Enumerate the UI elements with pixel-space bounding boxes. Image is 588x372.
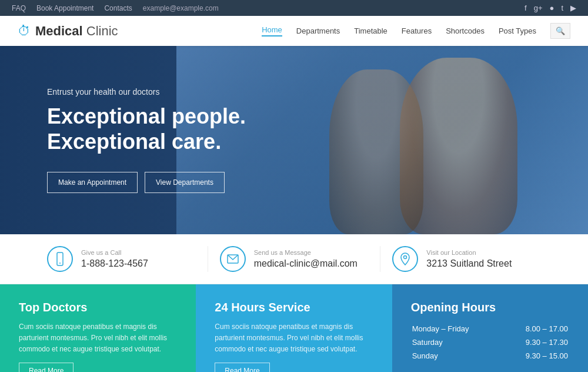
nav-features[interactable]: Features	[402, 26, 432, 35]
card-24h-service: 24 Hours Service Cum sociis natoque pena…	[196, 284, 392, 372]
nav-post-types[interactable]: Post Types	[499, 26, 536, 35]
nav-departments[interactable]: Departments	[296, 26, 340, 35]
nav-shortcodes[interactable]: Shortcodes	[446, 26, 485, 35]
logo-text-clinic: Clinic	[83, 24, 118, 38]
hours-table: Monday – Friday 8.00 – 17.00 Saturday 9.…	[411, 321, 569, 363]
nav-home[interactable]: Home	[262, 25, 282, 36]
card-top-doctors: Top Doctors Cum sociis natoque penatibus…	[0, 284, 196, 372]
hours-day-2: Sunday	[412, 350, 501, 362]
contact-phone-label: Give us a Call	[81, 249, 148, 256]
card-top-doctors-text: Cum sociis natoque penatibus et magnis d…	[19, 321, 177, 356]
card-opening-hours-title: Opening Hours	[411, 301, 569, 314]
map-pin-icon	[392, 246, 418, 272]
read-more-top-doctors[interactable]: Read More	[19, 363, 74, 372]
google-plus-icon[interactable]: g+	[534, 4, 543, 12]
top-bar: FAQ Book Appointment Contacts example@ex…	[0, 0, 588, 16]
hours-time-1: 9.30 – 17.30	[502, 336, 568, 348]
contact-bar: Give us a Call 1-888-123-4567 Send us a …	[0, 234, 588, 284]
contact-location-info: Visit our Location 3213 Suitland Street	[426, 249, 512, 269]
faq-link[interactable]: FAQ	[12, 4, 26, 12]
card-top-doctors-title: Top Doctors	[19, 301, 177, 314]
envelope-icon	[220, 246, 246, 272]
search-button[interactable]: 🔍	[550, 23, 570, 39]
hours-time-2: 9.30 – 15.00	[502, 350, 568, 362]
hours-row-0: Monday – Friday 8.00 – 17.00	[412, 323, 568, 335]
hero-subtitle: Entrust your health our doctors	[47, 87, 246, 97]
hero-title-line2: Exceptional care.	[47, 129, 221, 154]
contact-email-value: medical-clinic@mail.com	[254, 258, 358, 269]
contact-location-value: 3213 Suitland Street	[426, 258, 512, 269]
contact-location: Visit our Location 3213 Suitland Street	[380, 246, 553, 272]
hero-section: Entrust your health our doctors Exceptio…	[0, 46, 588, 234]
header: ⏱ Medical Clinic Home Departments Timeta…	[0, 16, 588, 46]
card-24h-text: Cum sociis natoque penatibus et magnis d…	[215, 321, 373, 356]
contact-phone: Give us a Call 1-888-123-4567	[35, 246, 208, 272]
contact-email: Send us a Message medical-clinic@mail.co…	[208, 246, 381, 272]
departments-button[interactable]: View Departments	[145, 172, 225, 193]
hours-day-1: Saturday	[412, 336, 501, 348]
hours-row-2: Sunday 9.30 – 15.00	[412, 350, 568, 362]
card-24h-title: 24 Hours Service	[215, 301, 373, 314]
facebook-icon[interactable]: f	[524, 4, 527, 12]
main-nav: Home Departments Timetable Features Shor…	[262, 23, 570, 39]
social-links: f g+ ● t ▶	[524, 4, 576, 12]
hero-title: Exceptional people. Exceptional care.	[47, 104, 246, 154]
logo-icon: ⏱	[18, 24, 31, 39]
top-bar-links: FAQ Book Appointment Contacts example@ex…	[12, 4, 219, 12]
book-appointment-link[interactable]: Book Appointment	[36, 4, 93, 12]
nav-timetable[interactable]: Timetable	[354, 26, 387, 35]
hero-title-line1: Exceptional people.	[47, 104, 246, 128]
read-more-24h[interactable]: Read More	[215, 363, 269, 372]
svg-point-3	[404, 256, 407, 259]
card-opening-hours: Opening Hours Monday – Friday 8.00 – 17.…	[392, 284, 588, 372]
contacts-link[interactable]: Contacts	[104, 4, 132, 12]
logo-text-medical: Medical	[35, 24, 83, 38]
hours-time-0: 8.00 – 17.00	[502, 323, 568, 335]
hero-figure-2	[329, 69, 423, 234]
hours-row-1: Saturday 9.30 – 17.30	[412, 336, 568, 348]
hero-buttons: Make an Appointment View Departments	[47, 172, 246, 193]
instagram-icon[interactable]: ●	[550, 4, 554, 12]
contact-email-info: Send us a Message medical-clinic@mail.co…	[254, 249, 358, 269]
contact-phone-value: 1-888-123-4567	[81, 258, 148, 269]
info-cards: Top Doctors Cum sociis natoque penatibus…	[0, 284, 588, 372]
phone-icon	[47, 246, 73, 272]
logo: ⏱ Medical Clinic	[18, 24, 118, 39]
twitter-icon[interactable]: t	[561, 4, 563, 12]
hours-day-0: Monday – Friday	[412, 323, 501, 335]
appointment-button[interactable]: Make an Appointment	[47, 172, 138, 193]
youtube-icon[interactable]: ▶	[570, 4, 576, 12]
email-link[interactable]: example@example.com	[143, 4, 219, 12]
contact-location-label: Visit our Location	[426, 249, 512, 256]
contact-phone-info: Give us a Call 1-888-123-4567	[81, 249, 148, 269]
hero-content: Entrust your health our doctors Exceptio…	[0, 87, 293, 193]
contact-email-label: Send us a Message	[254, 249, 358, 256]
